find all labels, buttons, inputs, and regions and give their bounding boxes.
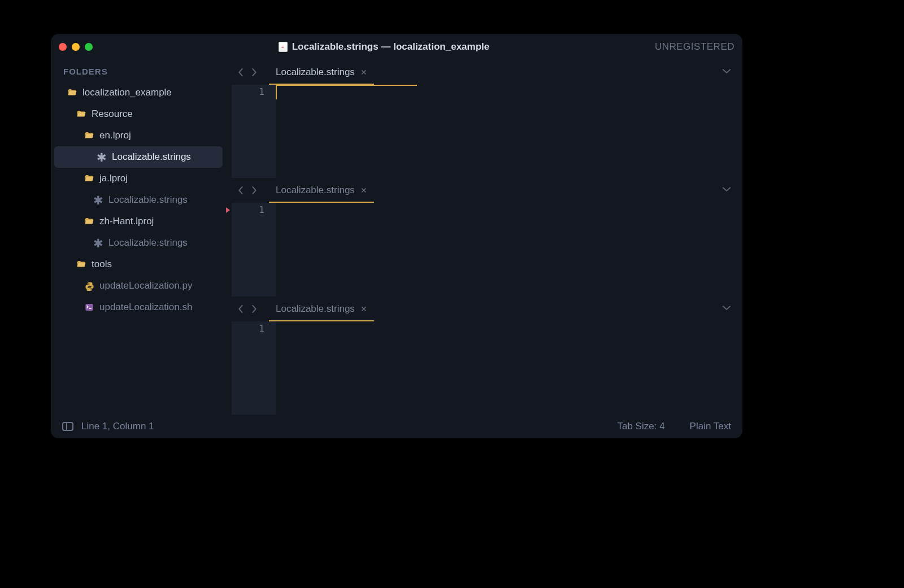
line-number-gutter: 1 (232, 85, 276, 178)
line-number: 1 (232, 85, 276, 99)
editor-pane-1: Localizable.strings ✕ 1 (226, 60, 742, 178)
sidebar-item-localization-example[interactable]: localization_example (51, 82, 226, 103)
nav-back-button[interactable] (234, 302, 247, 316)
registration-status: UNREGISTERED (655, 41, 734, 53)
sidebar: FOLDERS localization_example Resource en… (51, 60, 226, 415)
folder-open-icon (76, 108, 87, 120)
sidebar-item-label: zh-Hant.lproj (99, 216, 154, 227)
close-tab-icon[interactable]: ✕ (360, 68, 367, 77)
close-window-button[interactable] (59, 43, 67, 51)
sidebar-item-tools[interactable]: tools (51, 254, 226, 275)
folder-open-icon (76, 259, 87, 270)
tab-bar: Localizable.strings ✕ (226, 60, 742, 85)
python-file-icon (84, 280, 95, 291)
cursor-position[interactable]: Line 1, Column 1 (81, 421, 154, 432)
sidebar-item-localizable-en[interactable]: ✱ Localizable.strings (54, 146, 223, 168)
editor-area: Localizable.strings ✕ 1 (226, 60, 742, 415)
nav-forward-button[interactable] (247, 66, 261, 79)
line-number: 1 (232, 321, 276, 336)
sidebar-item-label: localization_example (82, 87, 172, 98)
tab-localizable-3[interactable]: Localizable.strings ✕ (269, 297, 374, 321)
title-text: Localizable.strings — localization_examp… (292, 41, 490, 53)
tab-overflow-button[interactable] (711, 299, 742, 319)
zoom-window-button[interactable] (85, 43, 93, 51)
strings-file-icon: ✱ (93, 194, 104, 206)
shell-file-icon (84, 302, 95, 313)
bookmark-gutter (226, 203, 232, 296)
nav-back-button[interactable] (234, 184, 247, 197)
code-area[interactable] (276, 85, 742, 178)
tab-label: Localizable.strings (276, 67, 355, 78)
sidebar-item-ja-lproj[interactable]: ja.lproj (51, 168, 226, 189)
main-body: FOLDERS localization_example Resource en… (51, 60, 742, 415)
tab-size-selector[interactable]: Tab Size: 4 (617, 421, 664, 432)
bookmark-gutter (226, 85, 232, 178)
nav-forward-button[interactable] (247, 184, 261, 197)
line-number: 1 (232, 203, 276, 217)
editor-window: ≡ Localizable.strings — localization_exa… (51, 34, 742, 438)
sidebar-item-label: ja.lproj (99, 173, 128, 184)
editor-pane-2: Localizable.strings ✕ 1 (226, 178, 742, 296)
editor-pane-3: Localizable.strings ✕ 1 (226, 297, 742, 415)
status-bar: Line 1, Column 1 Tab Size: 4 Plain Text (51, 415, 742, 438)
strings-file-icon: ✱ (96, 151, 107, 163)
folder-open-icon (84, 216, 95, 227)
sidebar-item-zh-hant-lproj[interactable]: zh-Hant.lproj (51, 211, 226, 232)
sidebar-item-label: tools (92, 259, 112, 270)
tab-bar: Localizable.strings ✕ (226, 178, 742, 203)
line-number-gutter: 1 (232, 321, 276, 415)
strings-file-icon: ✱ (93, 237, 104, 249)
sidebar-item-localizable-ja[interactable]: ✱ Localizable.strings (51, 189, 226, 211)
line-number-gutter: 1 (232, 203, 276, 296)
minimize-window-button[interactable] (72, 43, 80, 51)
sidebar-item-resource[interactable]: Resource (51, 103, 226, 125)
close-tab-icon[interactable]: ✕ (360, 304, 367, 313)
cursor-highlight (276, 85, 417, 86)
nav-forward-button[interactable] (247, 302, 261, 316)
sidebar-item-localizable-zh[interactable]: ✱ Localizable.strings (51, 232, 226, 254)
titlebar: ≡ Localizable.strings — localization_exa… (51, 34, 742, 60)
sidebar-item-label: updateLocalization.sh (99, 302, 192, 313)
sidebar-item-label: Localizable.strings (112, 151, 191, 163)
traffic-lights (59, 43, 113, 51)
code-area[interactable] (276, 203, 742, 296)
tab-label: Localizable.strings (276, 185, 355, 196)
text-cursor (276, 85, 277, 99)
panel-toggle-icon[interactable] (62, 422, 73, 431)
sidebar-item-label: en.lproj (99, 130, 131, 141)
editor-body[interactable]: 1 (226, 321, 742, 415)
svg-rect-0 (85, 304, 93, 311)
folder-open-icon (84, 130, 95, 141)
folder-open-icon (84, 173, 95, 184)
tab-overflow-button[interactable] (711, 63, 742, 82)
sidebar-item-label: updateLocalization.py (99, 280, 192, 291)
file-type-icon: ≡ (279, 42, 288, 52)
tab-label: Localizable.strings (276, 303, 355, 315)
sidebar-item-update-sh[interactable]: updateLocalization.sh (51, 297, 226, 318)
sidebar-item-label: Localizable.strings (108, 237, 188, 249)
editor-body[interactable]: 1 (226, 85, 742, 178)
close-tab-icon[interactable]: ✕ (360, 186, 367, 195)
folder-open-icon (67, 87, 78, 98)
sidebar-item-label: Localizable.strings (108, 194, 188, 206)
tab-bar: Localizable.strings ✕ (226, 297, 742, 321)
folders-header: FOLDERS (51, 63, 226, 82)
editor-body[interactable]: 1 (226, 203, 742, 296)
sidebar-item-label: Resource (92, 108, 133, 120)
nav-back-button[interactable] (234, 66, 247, 79)
tab-localizable-2[interactable]: Localizable.strings ✕ (269, 178, 374, 203)
sidebar-item-en-lproj[interactable]: en.lproj (51, 125, 226, 146)
bookmark-icon[interactable] (226, 207, 230, 213)
tab-localizable-1[interactable]: Localizable.strings ✕ (269, 60, 374, 85)
sidebar-item-update-py[interactable]: updateLocalization.py (51, 275, 226, 297)
code-area[interactable] (276, 321, 742, 415)
tab-overflow-button[interactable] (711, 181, 742, 200)
bookmark-gutter (226, 321, 232, 415)
window-title: ≡ Localizable.strings — localization_exa… (113, 41, 655, 53)
syntax-selector[interactable]: Plain Text (690, 421, 731, 432)
